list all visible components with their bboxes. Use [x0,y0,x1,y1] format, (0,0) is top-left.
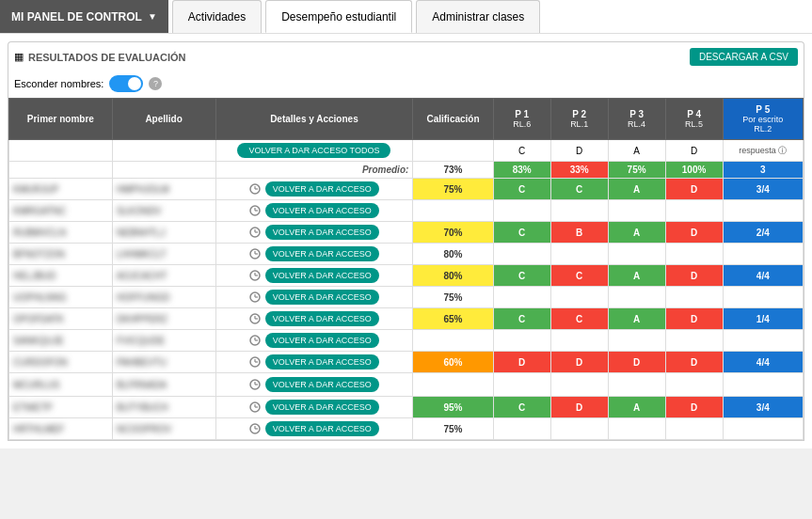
td-firstname: CURDOFON [9,352,113,373]
td-p5: 3/4 [723,179,803,200]
td-p4: D [665,352,723,373]
average-row: Promedio: 73% 83% 33% 75% 100% 3 [9,162,804,179]
td-access-all: VOLVER A DAR ACCESO TODOS [215,140,413,162]
td-grade: 95% [413,397,493,418]
td-actions: VOLVER A DAR ACCESO [215,179,413,200]
td-grade: 75% [413,287,493,308]
td-p1: D [493,352,550,373]
tab-administrar[interactable]: Administrar clases [416,0,540,33]
td-p5: 4/4 [723,200,803,222]
main-content: ▦ RESULTADOS DE EVALUACIÓN DESCARGAR A C… [0,34,812,448]
access-button[interactable]: VOLVER A DAR ACCESO [265,181,379,197]
td-firstname: MCURLUS [9,373,113,397]
td-p1: C [493,179,550,200]
td-p4: D [665,373,723,397]
td-p5: 2/4 [723,222,803,244]
td-p2: D [550,200,608,222]
table-row: KMURJUP HMPHJOLM VOLVER A DAR ACCESO 75%… [9,179,804,200]
td-p1: D [493,287,550,308]
tab-actividades[interactable]: Actividades [172,0,262,33]
clock-icon [249,291,261,303]
td-p3: A [608,200,665,222]
td-actions: VOLVER A DAR ACCESO [215,222,413,244]
td-grade: 60% [413,352,493,373]
td-firstname: ETWETP [9,397,113,418]
td-p1: C [493,330,550,352]
td-firstname: BFNOTZON [9,244,113,265]
td-p1: C [493,200,550,222]
td-p4: D [665,308,723,330]
td-empty1 [9,140,113,162]
td-p2: C [550,265,608,287]
td-p3: D [608,352,665,373]
section-controls: ▦ RESULTADOS DE EVALUACIÓN DESCARGAR A C… [8,41,804,71]
td-lastname: LHHMKCLT [112,244,215,265]
access-button[interactable]: VOLVER A DAR ACCESO [265,246,379,261]
td-p3: A [608,397,665,418]
csv-download-button[interactable]: DESCARGAR A CSV [690,48,798,66]
td-lastname: SLKONDV [112,200,215,222]
td-firstname: KMRGATNC [9,200,113,222]
td-p2: D [550,352,608,373]
access-button[interactable]: VOLVER A DAR ACCESO [265,333,379,348]
access-button[interactable]: VOLVER A DAR ACCESO [265,421,379,436]
td-actions: VOLVER A DAR ACCESO [215,200,413,222]
td-p2: C [550,179,608,200]
td-p4-header-val: D [665,140,723,162]
td-lastname: BLFRNADA [112,373,215,397]
td-lastname: NCOOPROV [112,418,215,440]
td-lastname: BUTYBUCH [112,397,215,418]
td-p1: C [493,265,550,287]
table-row: OPOFDATK DKHPPERZ VOLVER A DAR ACCESO 65… [9,308,804,330]
access-button[interactable]: VOLVER A DAR ACCESO [265,311,379,326]
td-p4: D [665,330,723,352]
hide-names-toggle[interactable] [109,75,143,92]
access-all-row: VOLVER A DAR ACCESO TODOS C D A D respue… [9,140,804,162]
clock-icon [249,313,261,324]
th-p5: P 5 Por escrito RL.2 [723,99,803,140]
td-lastname: PAHBEVTU [112,352,215,373]
table-row: MCURLUS BLFRNADA VOLVER A DAR ACCESO 50%… [9,373,804,397]
help-icon[interactable]: ? [149,77,162,90]
td-lastname: HOFFUNGD [112,287,215,308]
access-all-button[interactable]: VOLVER A DAR ACCESO TODOS [237,143,390,158]
access-button[interactable]: VOLVER A DAR ACCESO [265,225,379,240]
avg-label: Promedio: [215,162,413,179]
td-p1: C [493,373,550,397]
table-row: RUBMVCLN NEBNHTLJ VOLVER A DAR ACCESO 70… [9,222,804,244]
td-p4: D [665,287,723,308]
td-p2: D [550,397,608,418]
td-grade: 75% [413,418,493,440]
td-p1-header-val: C [493,140,550,162]
access-button[interactable]: VOLVER A DAR ACCESO [265,354,379,370]
access-button[interactable]: VOLVER A DAR ACCESO [265,290,379,305]
td-p3: A [608,222,665,244]
tab-desempeno[interactable]: Desempeño estudiantil [265,0,412,33]
hide-names-label: Esconder nombres: [14,78,103,89]
td-p2: B [550,222,608,244]
td-p3: A [608,265,665,287]
td-p1: C [493,222,550,244]
td-firstname: SANKQUJE [9,330,113,352]
td-p2: D [550,287,608,308]
panel-title[interactable]: MI PANEL DE CONTROL ▼ [0,0,168,33]
access-button[interactable]: VOLVER A DAR ACCESO [265,377,379,392]
td-p1: C [493,308,550,330]
td-p5: 3/4 [723,418,803,440]
th-firstname: Primer nombre [9,99,113,140]
td-firstname: RUBMVCLN [9,222,113,244]
td-p4: D [665,244,723,265]
th-p1: P 1 RL.6 [493,99,550,140]
td-p1: C [493,397,550,418]
td-lastname: NEBNHTLJ [112,222,215,244]
dropdown-arrow-icon: ▼ [148,11,157,22]
td-firstname: OPOFDATK [9,308,113,330]
table-row: SANKQUJE FVICQUDE VOLVER A DAR ACCESO 55… [9,330,804,352]
access-button[interactable]: VOLVER A DAR ACCESO [265,203,379,218]
td-p5: 1/4 [723,308,803,330]
table-row: ETWETP BUTYBUCH VOLVER A DAR ACCESO 95% … [9,397,804,418]
td-empty2 [112,140,215,162]
access-button[interactable]: VOLVER A DAR ACCESO [265,400,379,415]
access-button[interactable]: VOLVER A DAR ACCESO [265,268,379,283]
td-lastname: HMPHJOLM [112,179,215,200]
